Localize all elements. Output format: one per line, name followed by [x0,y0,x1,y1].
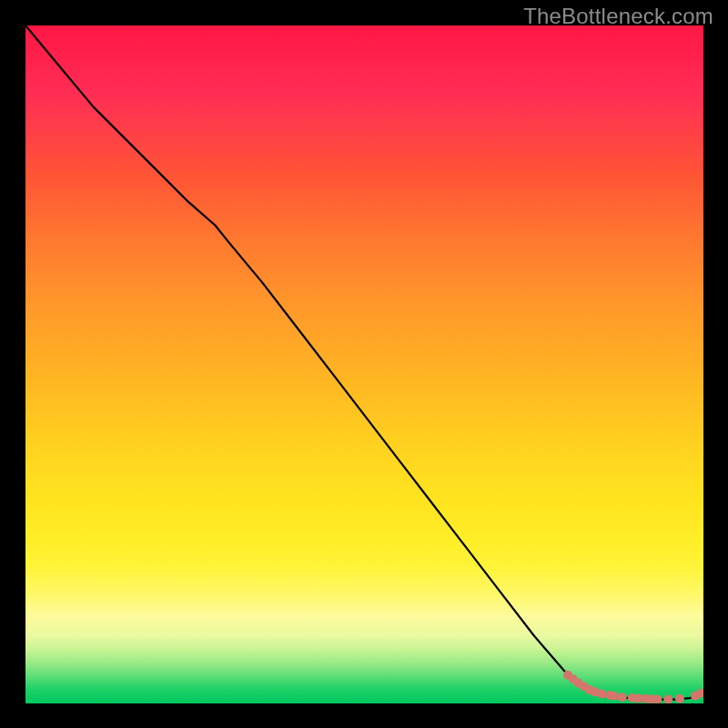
bottleneck-curve [25,25,703,700]
data-point [663,695,672,703]
data-point [618,693,627,702]
data-point [597,690,606,699]
data-point [610,692,619,701]
data-point [675,694,684,703]
data-points-group [563,671,703,703]
plot-area [25,25,703,703]
chart-svg [25,25,703,703]
chart-canvas: TheBottleneck.com [0,0,728,728]
